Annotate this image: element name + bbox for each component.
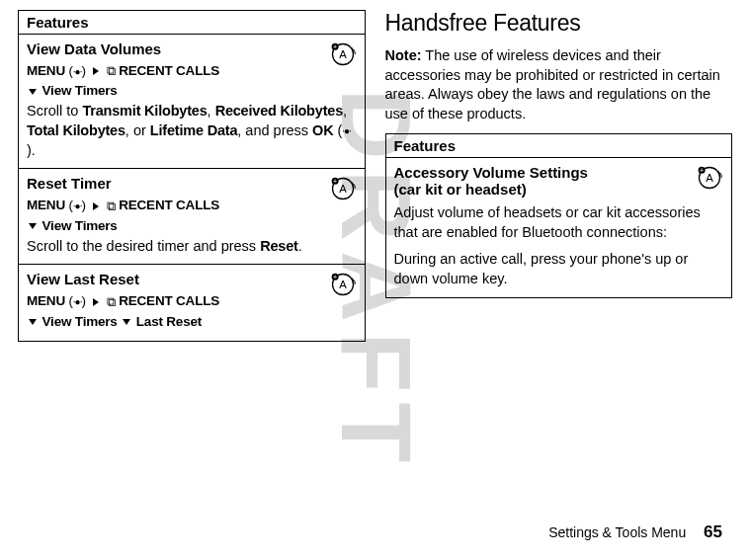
body-text: ,	[208, 103, 215, 119]
note-label: Note:	[385, 47, 422, 63]
recent-calls-icon: ⧉	[107, 294, 116, 310]
svg-text:+: +	[700, 167, 704, 174]
menu-label: MENU	[27, 63, 65, 78]
feature-row: A+ View Data Volumes MENU (∙●∙) ⧉ RECENT…	[19, 35, 365, 169]
option-label: Received Kilobytes	[215, 103, 343, 119]
body-text: ).	[27, 142, 36, 158]
arrow-down-icon	[123, 319, 130, 325]
arrow-down-icon	[29, 319, 37, 325]
submenu-label: View Timers	[42, 83, 118, 98]
recent-calls-icon: ⧉	[107, 63, 116, 79]
paren-close: )	[81, 198, 89, 212]
svg-text:A: A	[339, 280, 347, 291]
feature-row: A+ Reset Timer MENU (∙●∙) ⧉ RECENT CALLS…	[19, 169, 365, 265]
reset-label: Reset	[260, 238, 298, 254]
features-table-right: Features A+ Accessory Volume Settings (c…	[385, 133, 733, 297]
page-footer: Settings & Tools Menu 65	[548, 522, 722, 542]
body-text: Scroll to the desired timer and press	[27, 238, 260, 254]
bluetooth-accessory-icon: A+	[696, 164, 723, 196]
svg-text:A: A	[339, 48, 347, 60]
svg-text:+: +	[333, 274, 337, 280]
submenu-label: View Timers	[42, 218, 118, 233]
two-column-layout: Features A+ View Data Volumes MENU (∙●∙)…	[0, 0, 750, 342]
arrow-right-icon	[93, 202, 99, 210]
bluetooth-accessory-icon: A+	[329, 175, 357, 206]
svg-text:A: A	[706, 173, 713, 185]
right-column: Handsfree Features Note: The use of wire…	[385, 10, 733, 342]
menu-path: MENU (∙●∙) ⧉ RECENT CALLS	[27, 198, 357, 213]
feature-body: Scroll to Transmit Kilobytes, Received K…	[27, 102, 357, 160]
section-heading: Handsfree Features	[385, 10, 733, 37]
bluetooth-accessory-icon: A+	[329, 271, 357, 302]
menu-subpath: View Timers	[27, 83, 357, 98]
menu-path: MENU (∙●∙) ⧉ RECENT CALLS	[27, 63, 357, 79]
body-text: Scroll to	[27, 103, 82, 119]
option-label: Total Kilobytes	[27, 122, 125, 138]
feature-body: Scroll to the desired timer and press Re…	[27, 237, 357, 257]
center-key-icon: ∙●∙	[342, 124, 351, 138]
feature-title: View Last Reset	[27, 271, 357, 287]
body-text: (	[333, 122, 342, 138]
svg-text:A: A	[339, 184, 347, 196]
body-text: ,	[343, 103, 347, 119]
recent-calls-icon: ⧉	[107, 199, 116, 214]
feature-title: Accessory Volume Settings (car kit or he…	[394, 164, 724, 198]
recent-calls-label: RECENT CALLS	[119, 63, 219, 78]
body-text: .	[298, 238, 302, 254]
body-text: , or	[125, 122, 150, 138]
feature-title: View Data Volumes	[27, 40, 357, 57]
menu-label: MENU	[27, 293, 65, 308]
menu-subpath: View Timers	[27, 218, 357, 233]
feature-row: A+ View Last Reset MENU (∙●∙) ⧉ RECENT C…	[19, 265, 365, 340]
paren-close: )	[81, 293, 89, 308]
feature-body: During an active call, press your phone'…	[394, 250, 724, 288]
option-label: Transmit Kilobytes	[82, 103, 207, 119]
arrow-down-icon	[29, 223, 37, 229]
note-paragraph: Note: The use of wireless devices and th…	[385, 46, 733, 123]
features-header: Features	[386, 134, 732, 158]
footer-section: Settings & Tools Menu	[548, 524, 686, 540]
svg-text:+: +	[333, 43, 337, 50]
ok-label: OK	[312, 122, 333, 138]
title-line-1: Accessory Volume Settings	[394, 164, 588, 181]
submenu-label: View Timers	[42, 314, 118, 329]
features-table-left: Features A+ View Data Volumes MENU (∙●∙)…	[18, 10, 366, 342]
menu-label: MENU	[27, 198, 65, 212]
paren-close: )	[81, 63, 89, 78]
page-number: 65	[704, 522, 722, 541]
arrow-right-icon	[93, 67, 99, 75]
title-line-2: (car kit or headset)	[394, 181, 527, 198]
feature-row: A+ Accessory Volume Settings (car kit or…	[386, 158, 732, 296]
menu-path: MENU (∙●∙) ⧉ RECENT CALLS	[27, 293, 357, 309]
arrow-right-icon	[93, 298, 99, 306]
arrow-down-icon	[29, 89, 37, 95]
menu-subpath: View Timers Last Reset	[27, 314, 357, 329]
left-column: Features A+ View Data Volumes MENU (∙●∙)…	[18, 10, 366, 342]
recent-calls-label: RECENT CALLS	[119, 293, 219, 308]
recent-calls-label: RECENT CALLS	[119, 198, 219, 212]
note-body: The use of wireless devices and their ac…	[385, 47, 720, 121]
submenu-label: Last Reset	[136, 314, 202, 329]
bluetooth-accessory-icon: A+	[329, 40, 357, 72]
svg-text:+: +	[333, 178, 337, 185]
body-text: , and press	[237, 122, 312, 138]
feature-title: Reset Timer	[27, 175, 357, 192]
features-header: Features	[19, 11, 365, 35]
feature-body: Adjust volume of headsets or car kit acc…	[394, 203, 724, 242]
option-label: Lifetime Data	[150, 122, 237, 138]
